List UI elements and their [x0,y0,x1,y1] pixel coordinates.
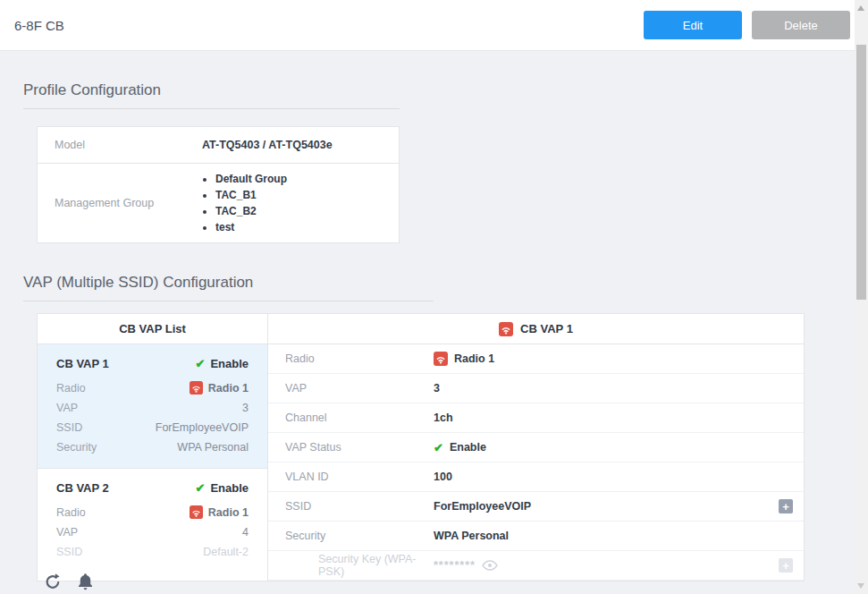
vap-item-header: CB VAP 1 ✔ Enable [56,357,249,370]
vap-item-status: ✔ Enable [195,357,249,370]
profile-section-heading: Profile Configuration [23,81,845,108]
detail-row-label: Channel [285,412,434,424]
management-group-item: TAC_B2 [215,205,287,217]
list-row-label: Radio [56,506,86,519]
vap-item-name: CB VAP 2 [56,481,109,495]
vap-list-panel: CB VAP List CB VAP 1 ✔ Enable Radio Radi… [38,314,268,581]
scrollbar-up-arrow-icon[interactable] [857,5,864,11]
detail-row-label: SSID [285,500,434,513]
vap-detail-title: CB VAP 1 [520,322,573,335]
vap-list-header: CB VAP List [38,314,267,344]
detail-row-security-key: Security Key (WPA-PSK) ******** [268,551,804,581]
list-row-vap: VAP 3 [56,398,249,418]
list-row-value: ForEmployeeVOIP [156,421,249,434]
detail-row-value: 100 [434,471,452,483]
list-row-ssid: SSID Default-2 [56,542,249,562]
vap-detail-panel: CB VAP 1 Radio Radio 1 VAP 3 Channel 1ch… [268,314,804,581]
list-row-label: Radio [56,382,86,395]
check-icon: ✔ [434,442,443,454]
detail-row-radio: Radio Radio 1 [268,344,804,374]
model-label: Model [38,139,202,151]
detail-row-value: Radio 1 [434,352,494,366]
detail-row-value: ✔ Enable [434,441,486,454]
list-row-label: SSID [56,421,82,434]
vap-list-item-2[interactable]: CB VAP 2 ✔ Enable Radio Radio 1 VAP 4 [38,468,267,573]
management-group-list: Default Group TAC_B1 TAC_B2 test [202,173,287,233]
management-group-value: Default Group TAC_B1 TAC_B2 test [202,164,287,242]
radio-icon [190,505,203,519]
detail-row-label: VAP [285,382,434,395]
list-row-ssid: SSID ForEmployeeVOIP [56,418,249,437]
vap-item-header: CB VAP 2 ✔ Enable [56,481,249,495]
profile-heading-divider [23,108,400,109]
refresh-icon[interactable] [44,573,62,591]
notification-bell-icon[interactable] [77,572,94,591]
delete-button[interactable]: Delete [752,11,850,39]
list-row-label: VAP [56,402,78,414]
detail-row-label: Security Key (WPA-PSK) [285,553,434,578]
detail-row-value: ForEmployeeVOIP [434,500,531,513]
detail-row-vap-status: VAP Status ✔ Enable [268,433,804,462]
list-row-security: Security WPA Personal [56,437,249,457]
main-content: Profile Configuration Model AT-TQ5403 / … [0,81,868,581]
detail-row-vlan-id: VLAN ID 100 [268,462,804,492]
model-row: Model AT-TQ5403 / AT-TQ5403e [38,127,399,163]
list-row-value: 3 [242,402,249,414]
detail-row-vap: VAP 3 [268,374,804,403]
vap-configuration-table: CB VAP List CB VAP 1 ✔ Enable Radio Radi… [37,313,805,581]
radio-icon [499,322,513,336]
window-scrollbar[interactable] [855,0,868,594]
management-group-label: Management Group [38,197,202,209]
top-bar: 6-8F CB Edit Delete [0,0,868,51]
page-title: 6-8F CB [14,18,64,33]
ssid-expand-button[interactable] [779,499,793,513]
list-row-label: Security [56,441,97,454]
vap-item-status: ✔ Enable [195,481,249,495]
footer-icon-bar [44,572,94,591]
list-row-radio: Radio Radio 1 [56,378,249,398]
edit-button[interactable]: Edit [644,11,742,39]
list-row-value: 4 [242,526,249,539]
list-row-value: Radio 1 [190,505,249,519]
vap-section-heading: VAP (Multiple SSID) Configuration [23,274,845,301]
radio-icon [190,381,203,395]
vap-item-status-label: Enable [210,357,249,370]
detail-row-label: Radio [285,352,434,365]
vap-heading-divider [23,301,434,301]
list-row-radio: Radio Radio 1 [56,502,249,522]
vap-item-name: CB VAP 1 [56,357,109,370]
detail-row-label: VLAN ID [285,471,434,483]
detail-row-label: VAP Status [285,441,434,454]
list-row-label: VAP [56,526,78,539]
detail-row-value: 1ch [434,412,453,424]
vap-item-status-label: Enable [210,481,249,495]
management-group-item: TAC_B1 [215,189,287,201]
detail-row-label: Security [285,530,434,542]
detail-row-value: WPA Personal [434,530,509,542]
management-group-item: test [215,221,287,233]
check-icon: ✔ [195,482,205,494]
list-row-label: SSID [56,546,82,558]
detail-row-value: 3 [434,382,440,395]
detail-row-value: ******** [434,559,498,572]
security-key-expand-button[interactable] [779,558,793,573]
detail-row-ssid: SSID ForEmployeeVOIP [268,492,804,522]
scrollbar-thumb[interactable] [856,45,866,300]
list-row-vap: VAP 4 [56,522,249,542]
profile-table: Model AT-TQ5403 / AT-TQ5403e Management … [37,126,400,243]
scrollbar-down-arrow-icon[interactable] [857,583,864,589]
list-row-value: Default-2 [203,546,249,558]
check-icon: ✔ [195,358,205,369]
vap-list-item-1[interactable]: CB VAP 1 ✔ Enable Radio Radio 1 VAP 3 [38,344,267,468]
management-group-item: Default Group [215,173,287,185]
model-value: AT-TQ5403 / AT-TQ5403e [202,139,333,151]
list-row-value: WPA Personal [177,441,249,454]
show-password-eye-icon[interactable] [482,560,498,571]
detail-row-channel: Channel 1ch [268,403,804,433]
detail-row-security: Security WPA Personal [268,522,804,551]
vap-detail-header: CB VAP 1 [268,314,804,344]
radio-icon [434,352,448,366]
list-row-value: Radio 1 [190,381,249,395]
management-group-row: Management Group Default Group TAC_B1 TA… [38,163,399,242]
